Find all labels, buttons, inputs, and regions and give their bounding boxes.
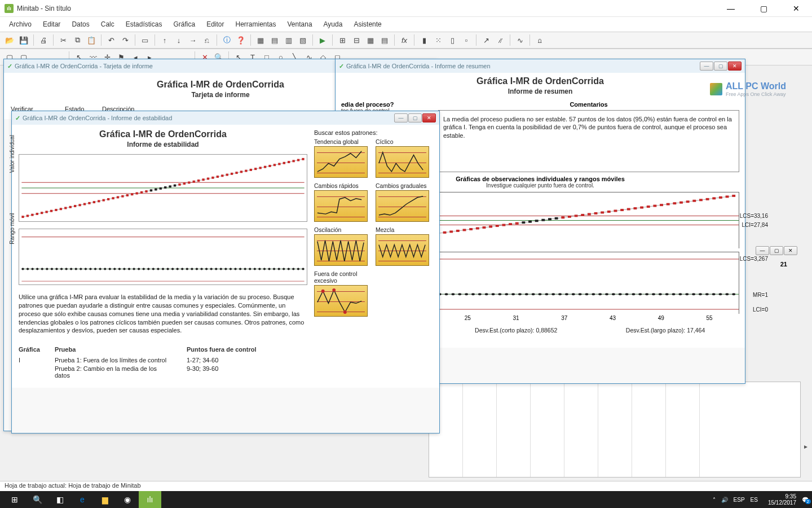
pattern-mezcla[interactable] (376, 234, 429, 266)
open-icon[interactable]: 📂 (3, 34, 16, 46)
pattern-tendencia-global[interactable] (314, 146, 368, 178)
summ-close-button[interactable]: ✕ (728, 62, 742, 71)
new-window-icon[interactable]: ▭ (139, 34, 151, 46)
menu-estadisticas[interactable]: Estadísticas (121, 19, 167, 30)
grid-icon[interactable]: ⊞ (336, 34, 348, 46)
anova-icon[interactable]: ⫽ (494, 34, 506, 46)
stab-min-button[interactable]: — (394, 113, 408, 122)
capability-icon[interactable]: ⩍ (533, 34, 546, 46)
summ-max-button[interactable]: ▢ (714, 62, 727, 71)
edge-icon[interactable]: e (71, 491, 94, 508)
th-prueba: Prueba (55, 346, 173, 353)
ws-min-button[interactable]: — (756, 246, 769, 255)
svg-rect-177 (254, 168, 257, 170)
control-chart-icon[interactable]: ∿ (514, 34, 526, 46)
layout-icon[interactable]: ▦ (364, 34, 377, 46)
session-icon[interactable]: ▦ (254, 34, 267, 46)
scroll-right-icon[interactable]: ▸ (804, 443, 807, 450)
cut-icon[interactable]: ✂ (57, 34, 69, 46)
histogram-icon[interactable]: ▮ (418, 34, 430, 46)
scatter-icon[interactable]: ⁙ (432, 34, 444, 46)
pattern-cambios-graduales[interactable] (376, 190, 429, 222)
menu-datos[interactable]: Datos (67, 19, 94, 30)
explorer-icon[interactable]: ▆ (94, 491, 116, 508)
menu-asistente[interactable]: Asistente (349, 19, 386, 30)
chrome-icon[interactable]: ◉ (116, 491, 139, 508)
close-button[interactable]: ✕ (785, 4, 807, 13)
info-icon[interactable]: ⓘ (220, 34, 233, 46)
stab-max-button[interactable]: ▢ (408, 113, 422, 122)
tray-lang[interactable]: ESP (734, 497, 745, 503)
tray-volume-icon[interactable]: 🔊 (721, 497, 728, 503)
arrow-right-icon[interactable]: → (187, 34, 199, 46)
copy-icon[interactable]: ⧉ (71, 34, 83, 46)
minimize-button[interactable]: — (720, 4, 742, 13)
tray-up-icon[interactable]: ˄ (713, 497, 716, 503)
table-icon[interactable]: ⊟ (350, 34, 363, 46)
app-title: Minitab - Sin título (17, 5, 71, 12)
notification-icon[interactable]: 💬2 (802, 497, 809, 503)
pattern-ciclico[interactable] (376, 146, 429, 178)
boxplot-icon[interactable]: ▯ (446, 34, 458, 46)
svg-point-113 (659, 293, 662, 295)
print-icon[interactable]: 🖨 (37, 34, 50, 46)
redo-icon[interactable]: ↷ (119, 34, 131, 46)
svg-rect-184 (288, 161, 290, 163)
paste-icon[interactable]: 📋 (85, 34, 98, 46)
last-dialog-icon[interactable]: ⎌ (201, 34, 213, 46)
svg-point-106 (612, 293, 615, 295)
watermark-title: ALL PC World (726, 81, 786, 91)
save-icon[interactable]: 💾 (17, 34, 30, 46)
window-stability[interactable]: ✓ Gráfica I-MR de OrdenCorrida - Informe… (11, 111, 440, 433)
menu-grafica[interactable]: Gráfica (169, 19, 200, 30)
arrow-down-icon[interactable]: ↓ (173, 34, 185, 46)
pattern-label: Mezcla (376, 226, 429, 233)
graph-icon[interactable]: ▧ (297, 34, 309, 46)
undo-icon[interactable]: ↶ (105, 34, 117, 46)
menu-editor[interactable]: Editor (202, 19, 228, 30)
play-icon[interactable]: ▶ (316, 34, 329, 46)
taskview-icon[interactable]: ◧ (48, 491, 71, 508)
svg-rect-149 (121, 195, 123, 198)
worksheet-icon[interactable]: ▤ (268, 34, 281, 46)
svg-point-118 (692, 293, 695, 295)
pattern-cambios-rapidos[interactable] (314, 190, 368, 222)
svg-point-109 (632, 293, 635, 295)
start-button[interactable]: ⊞ (3, 491, 26, 508)
menu-editar[interactable]: Editar (38, 19, 65, 30)
menubar: Archivo Editar Datos Calc Estadísticas G… (0, 17, 812, 32)
help-icon[interactable]: ❓ (235, 34, 247, 46)
fx-icon[interactable]: fx (398, 34, 411, 46)
menu-archivo[interactable]: Archivo (5, 19, 36, 30)
menu-herramientas[interactable]: Herramientas (231, 19, 281, 30)
svg-rect-147 (112, 197, 114, 199)
pattern-oscilacion[interactable] (314, 234, 368, 266)
maximize-button[interactable]: ▢ (752, 4, 775, 13)
svg-rect-53 (673, 202, 676, 204)
stab-close-button[interactable]: ✕ (422, 113, 436, 122)
worksheet-grid[interactable] (429, 382, 801, 478)
menu-calc[interactable]: Calc (96, 19, 119, 30)
summ-min-button[interactable]: — (700, 62, 713, 71)
layout2-icon[interactable]: ▤ (378, 34, 391, 46)
ws-max-button[interactable]: ▢ (770, 246, 783, 255)
regression-icon[interactable]: ↗ (480, 34, 492, 46)
svg-point-224 (181, 268, 183, 270)
tray-kbd[interactable]: ES (751, 497, 758, 503)
ws-close-button[interactable]: ✕ (784, 246, 797, 255)
minitab-taskbar-icon[interactable]: ılı (139, 491, 161, 508)
svg-rect-167 (207, 178, 209, 180)
pattern-fuera-control[interactable] (314, 285, 368, 317)
menu-ayuda[interactable]: Ayuda (319, 19, 347, 30)
tray-clock[interactable]: 9:35 15/12/2017 (768, 493, 796, 506)
svg-point-120 (705, 293, 709, 295)
svg-rect-29 (515, 222, 519, 225)
project-icon[interactable]: ▥ (283, 34, 295, 46)
svg-point-86 (478, 293, 482, 295)
chart-icon[interactable]: ▫ (460, 34, 473, 46)
svg-rect-168 (211, 177, 214, 179)
search-icon[interactable]: 🔍 (26, 491, 48, 508)
arrow-up-icon[interactable]: ↑ (158, 34, 171, 46)
menu-ventana[interactable]: Ventana (283, 19, 317, 30)
stab-explain: Utilice una gráfica I-MR para evaluar la… (19, 293, 307, 335)
